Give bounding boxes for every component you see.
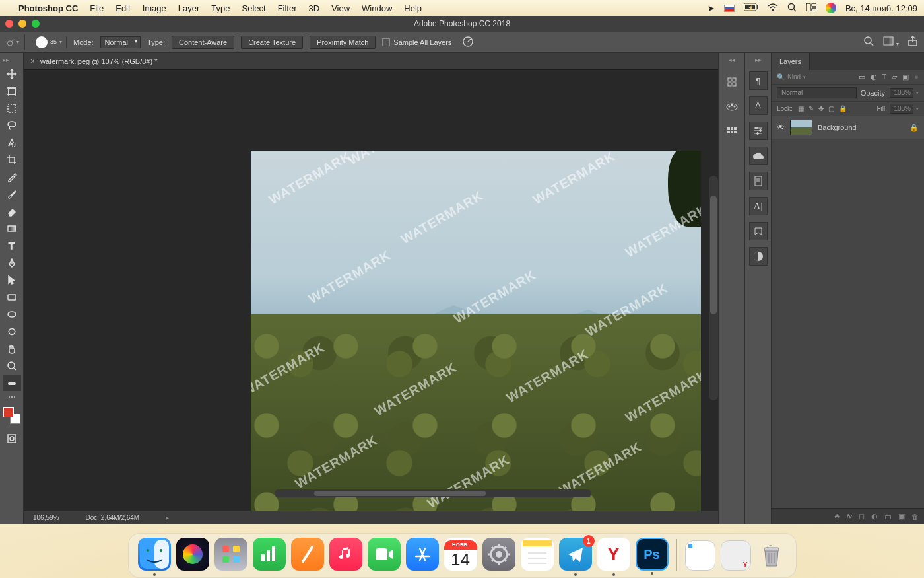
- finder-icon[interactable]: [138, 538, 171, 571]
- collapse-toolbar-icon[interactable]: ▸▸: [0, 55, 12, 65]
- actions-icon[interactable]: [749, 222, 768, 240]
- menu-window[interactable]: Window: [362, 3, 392, 13]
- layer-lock-icon[interactable]: 🔒: [909, 124, 919, 132]
- location-icon[interactable]: ➤: [708, 3, 715, 13]
- gradient-tool[interactable]: [3, 221, 21, 236]
- foreground-color[interactable]: [3, 407, 14, 417]
- share-icon[interactable]: [908, 36, 917, 48]
- filter-pixel-icon[interactable]: ▭: [859, 73, 865, 81]
- launchpad-icon[interactable]: [214, 538, 248, 571]
- layer-mask-icon[interactable]: ◻: [859, 512, 865, 521]
- layer-group-icon[interactable]: 🗀: [884, 513, 892, 521]
- zoom-window-button[interactable]: [32, 20, 40, 28]
- layers-tab[interactable]: Layers: [772, 53, 924, 70]
- pressure-icon[interactable]: [462, 36, 474, 49]
- collapse-panels-icon[interactable]: ◂◂: [727, 55, 737, 65]
- appstore-icon[interactable]: [406, 538, 439, 571]
- facetime-icon[interactable]: [368, 538, 401, 571]
- creative-cloud-icon[interactable]: [749, 147, 768, 165]
- paragraph-icon[interactable]: ¶: [749, 71, 768, 90]
- menu-image[interactable]: Image: [143, 3, 166, 13]
- filter-adjust-icon[interactable]: ◐: [871, 73, 877, 81]
- recent-file-2[interactable]: Y: [721, 540, 751, 571]
- character-icon[interactable]: A̲: [749, 96, 768, 115]
- lock-transparency-icon[interactable]: ▦: [798, 105, 804, 112]
- link-layers-icon[interactable]: ⬘: [834, 512, 840, 521]
- proximity-match-button[interactable]: Proximity Match: [310, 36, 376, 49]
- layer-item[interactable]: 👁 Background 🔒: [772, 116, 924, 139]
- filter-smart-icon[interactable]: ▣: [902, 73, 909, 81]
- trash-icon[interactable]: [756, 540, 787, 571]
- eraser-tool[interactable]: [3, 203, 21, 219]
- input-language-icon[interactable]: [724, 5, 735, 12]
- wifi-icon[interactable]: [768, 3, 778, 13]
- control-center-icon[interactable]: [806, 3, 816, 13]
- new-layer-icon[interactable]: ▣: [898, 512, 905, 521]
- lock-artboard-icon[interactable]: ▢: [828, 105, 834, 112]
- lock-position-icon[interactable]: ✥: [818, 105, 824, 112]
- filter-type-icon[interactable]: T: [882, 73, 887, 81]
- menu-file[interactable]: File: [90, 3, 104, 13]
- status-menu-icon[interactable]: ▸: [166, 514, 169, 521]
- close-tab-icon[interactable]: ×: [30, 57, 35, 66]
- horizontal-scrollbar[interactable]: [275, 489, 591, 497]
- artboard-tool[interactable]: [3, 83, 21, 99]
- siri-icon[interactable]: [826, 3, 836, 13]
- doc-size[interactable]: Doc: 2,64M/2,64M: [85, 514, 139, 521]
- scrollbar-thumb[interactable]: [710, 196, 717, 314]
- quick-mask-icon[interactable]: [3, 431, 21, 447]
- spotlight-icon[interactable]: [787, 3, 797, 14]
- lock-pixels-icon[interactable]: ✎: [808, 105, 814, 112]
- sample-all-layers-checkbox[interactable]: Sample All Layers: [382, 38, 451, 46]
- canvas-viewport[interactable]: WATERMARK WATERMARK WATERMARK WATERMARK …: [24, 70, 718, 511]
- create-texture-button[interactable]: Create Texture: [241, 36, 303, 49]
- lock-all-icon[interactable]: 🔒: [839, 105, 847, 112]
- traffic-lights[interactable]: [5, 20, 40, 28]
- menu-select[interactable]: Select: [242, 3, 265, 13]
- libraries-icon[interactable]: [723, 74, 741, 90]
- menu-type[interactable]: Type: [211, 3, 230, 13]
- app-name[interactable]: Photoshop CC: [18, 3, 78, 13]
- content-aware-button[interactable]: Content-Aware: [172, 36, 234, 49]
- filter-toggle-icon[interactable]: ●: [914, 73, 919, 81]
- minimize-window-button[interactable]: [18, 20, 26, 28]
- menu-help[interactable]: Help: [404, 3, 422, 13]
- numbers-icon[interactable]: [253, 538, 286, 571]
- tool-preset-icon[interactable]: ▾: [7, 34, 25, 50]
- menu-view[interactable]: View: [331, 3, 350, 13]
- workspace-switcher-icon[interactable]: ▾: [883, 36, 899, 48]
- opacity-value[interactable]: 100%: [890, 88, 913, 98]
- pen-tool[interactable]: [3, 255, 21, 271]
- settings-icon[interactable]: [482, 538, 515, 571]
- filter-shape-icon[interactable]: ▱: [892, 73, 897, 81]
- adjustments-icon[interactable]: [749, 122, 768, 140]
- fill-value[interactable]: 100%: [890, 104, 913, 114]
- menu-filter[interactable]: Filter: [278, 3, 297, 13]
- lasso-tool[interactable]: [3, 118, 21, 133]
- type-tool[interactable]: T: [3, 238, 21, 254]
- document-tab[interactable]: × watermark.jpeg @ 107% (RGB/8#) *: [24, 53, 718, 70]
- brush-tool[interactable]: [3, 186, 21, 202]
- menu-layer[interactable]: Layer: [178, 3, 200, 13]
- photoshop-icon[interactable]: Ps: [636, 538, 669, 571]
- brush-preset[interactable]: 35 ▾: [32, 36, 67, 48]
- telegram-icon[interactable]: 1: [559, 538, 592, 571]
- swatches-icon[interactable]: [723, 124, 741, 140]
- window-titlebar[interactable]: Adobe Photoshop CC 2018: [0, 16, 924, 32]
- menu-edit[interactable]: Edit: [116, 3, 130, 13]
- marquee-tool[interactable]: [3, 100, 21, 116]
- scrollbar-thumb[interactable]: [314, 491, 486, 496]
- color-swatch[interactable]: [3, 407, 20, 424]
- blend-mode-select[interactable]: Normal: [777, 87, 857, 98]
- rectangle-tool[interactable]: [3, 289, 21, 305]
- canvas[interactable]: WATERMARK WATERMARK WATERMARK WATERMARK …: [251, 151, 701, 511]
- layer-fx-icon[interactable]: fx: [846, 513, 852, 521]
- crop-tool[interactable]: [3, 152, 21, 168]
- eyedropper-tool[interactable]: [3, 169, 21, 185]
- yandex-icon[interactable]: Y: [597, 538, 630, 571]
- battery-icon[interactable]: ⚡: [744, 3, 758, 13]
- delete-layer-icon[interactable]: 🗑: [911, 513, 919, 521]
- music-icon[interactable]: [329, 538, 362, 571]
- zoom-tool[interactable]: [3, 358, 21, 374]
- healing-brush-tool[interactable]: [3, 375, 21, 391]
